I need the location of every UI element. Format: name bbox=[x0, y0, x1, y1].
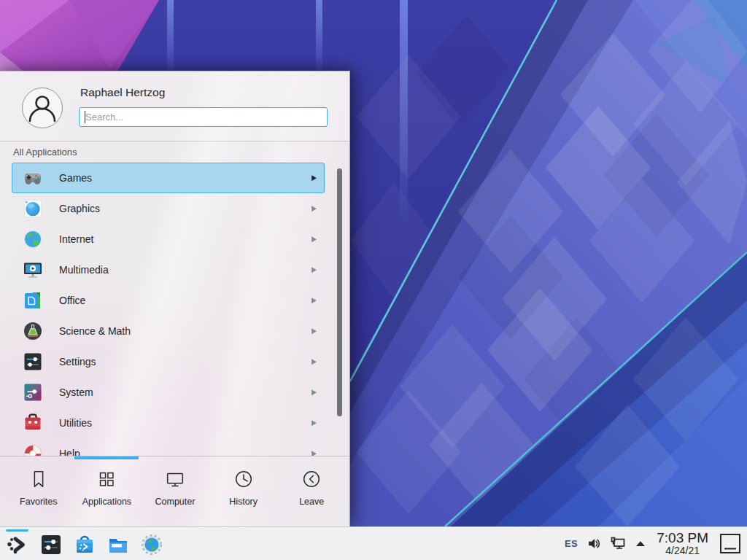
menu-item-label: Office bbox=[59, 295, 85, 306]
taskbar-system-settings-button[interactable] bbox=[39, 533, 63, 556]
list-scrollbar[interactable] bbox=[337, 168, 342, 416]
submenu-arrow-icon: ▶ bbox=[311, 235, 317, 244]
tab-label: Leave bbox=[299, 497, 324, 507]
globe-icon bbox=[23, 229, 43, 249]
menu-item-label: Science & Math bbox=[59, 325, 131, 337]
active-task-indicator bbox=[6, 529, 28, 532]
leave-circle-icon bbox=[301, 468, 322, 490]
flask-icon bbox=[23, 321, 43, 341]
globe-gear-browser-icon bbox=[140, 533, 163, 556]
submenu-arrow-icon: ▶ bbox=[311, 327, 317, 335]
submenu-arrow-icon: ▶ bbox=[311, 204, 317, 213]
submenu-arrow-icon: ▶ bbox=[311, 419, 317, 427]
taskbar-panel: ES 7:03 PM 4/24/21 bbox=[0, 526, 747, 560]
tab-label: History bbox=[229, 497, 258, 507]
tab-favorites[interactable]: Favorites bbox=[4, 459, 73, 524]
grid-icon bbox=[96, 468, 117, 490]
menu-item-label: Games bbox=[59, 172, 92, 184]
taskbar-discover-button[interactable] bbox=[73, 533, 96, 556]
toolbox-icon bbox=[23, 413, 43, 433]
system-settings-icon bbox=[39, 533, 63, 556]
menu-item-label: Internet bbox=[59, 233, 93, 245]
kde-launcher-icon bbox=[6, 533, 29, 556]
tab-history[interactable]: History bbox=[209, 459, 278, 524]
monitor-icon bbox=[164, 468, 186, 490]
menu-item-multimedia[interactable]: Multimedia ▶ bbox=[12, 254, 325, 285]
submenu-arrow-icon: ▶ bbox=[311, 265, 317, 274]
monitor-play-icon bbox=[23, 260, 43, 280]
menu-item-games[interactable]: Games ▶ bbox=[12, 163, 325, 193]
menu-item-system[interactable]: System ▶ bbox=[12, 377, 325, 408]
show-desktop-button[interactable] bbox=[719, 533, 741, 554]
keyboard-layout-indicator[interactable]: ES bbox=[565, 538, 578, 549]
dolphin-folder-icon bbox=[107, 533, 130, 556]
sliders-gradient-icon bbox=[23, 382, 43, 402]
menu-item-label: Graphics bbox=[59, 203, 100, 214]
menu-item-label: Settings bbox=[59, 356, 96, 368]
discover-bag-icon bbox=[73, 533, 96, 556]
network-icon[interactable] bbox=[611, 536, 626, 551]
launcher-tabbar: Favorites Applications Computer bbox=[4, 459, 346, 524]
search-input[interactable] bbox=[79, 107, 328, 127]
tab-computer[interactable]: Computer bbox=[141, 459, 209, 524]
system-tray: ES 7:03 PM 4/24/21 bbox=[565, 531, 747, 556]
taskbar-dolphin-button[interactable] bbox=[107, 533, 130, 556]
submenu-arrow-icon: ▶ bbox=[311, 296, 317, 305]
clock-time: 7:03 PM bbox=[657, 531, 708, 545]
menu-item-label: System bbox=[59, 386, 93, 398]
menu-item-label: Help bbox=[59, 448, 80, 456]
application-launcher-menu: Raphael Hertzog All Applications Games ▶ bbox=[0, 71, 350, 526]
bookmark-icon bbox=[28, 468, 50, 490]
gamepad-icon bbox=[23, 168, 43, 188]
user-name: Raphael Hertzog bbox=[80, 86, 165, 99]
tab-label: Applications bbox=[82, 497, 131, 507]
digital-clock[interactable]: 7:03 PM 4/24/21 bbox=[657, 531, 708, 556]
menu-item-label: Utilities bbox=[59, 417, 92, 429]
blue-sphere-icon bbox=[23, 198, 43, 219]
menu-item-utilities[interactable]: Utilities ▶ bbox=[12, 408, 325, 438]
clock-date: 4/24/21 bbox=[665, 545, 700, 556]
lifebuoy-icon bbox=[23, 443, 43, 456]
submenu-arrow-icon: ▶ bbox=[311, 388, 317, 397]
menu-item-label: Multimedia bbox=[59, 264, 109, 276]
submenu-arrow-icon: ▶ bbox=[311, 174, 317, 182]
tab-label: Computer bbox=[155, 497, 196, 507]
user-silhouette-icon bbox=[23, 88, 62, 128]
menu-item-science-math[interactable]: Science & Math ▶ bbox=[12, 316, 325, 346]
taskbar-browser-button[interactable] bbox=[140, 533, 163, 556]
sliders-dark-icon bbox=[23, 351, 43, 372]
documents-icon bbox=[23, 290, 43, 311]
section-label: All Applications bbox=[13, 147, 77, 158]
tab-leave[interactable]: Leave bbox=[277, 459, 346, 524]
launcher-header: Raphael Hertzog bbox=[0, 71, 349, 141]
taskbar-launchers bbox=[0, 532, 163, 556]
menu-item-help[interactable]: Help ▶ bbox=[12, 438, 325, 456]
submenu-arrow-icon: ▶ bbox=[311, 449, 317, 456]
text-cursor bbox=[85, 111, 85, 123]
menu-item-graphics[interactable]: Graphics ▶ bbox=[12, 193, 325, 224]
submenu-arrow-icon: ▶ bbox=[311, 357, 317, 366]
user-avatar bbox=[22, 88, 63, 128]
tabbar-divider bbox=[0, 456, 349, 456]
menu-item-office[interactable]: Office ▶ bbox=[12, 285, 325, 316]
expand-tray-arrow-icon[interactable] bbox=[635, 540, 646, 547]
taskbar-launcher-button[interactable] bbox=[6, 533, 29, 556]
tab-applications[interactable]: Applications bbox=[73, 459, 142, 524]
volume-icon[interactable] bbox=[587, 537, 601, 551]
tab-label: Favorites bbox=[20, 497, 57, 507]
header-divider bbox=[0, 141, 349, 141]
menu-item-settings[interactable]: Settings ▶ bbox=[12, 346, 325, 377]
category-list: Games ▶ Graphics ▶ Intern bbox=[12, 163, 325, 456]
clock-icon bbox=[233, 468, 255, 490]
menu-item-internet[interactable]: Internet ▶ bbox=[12, 224, 325, 254]
